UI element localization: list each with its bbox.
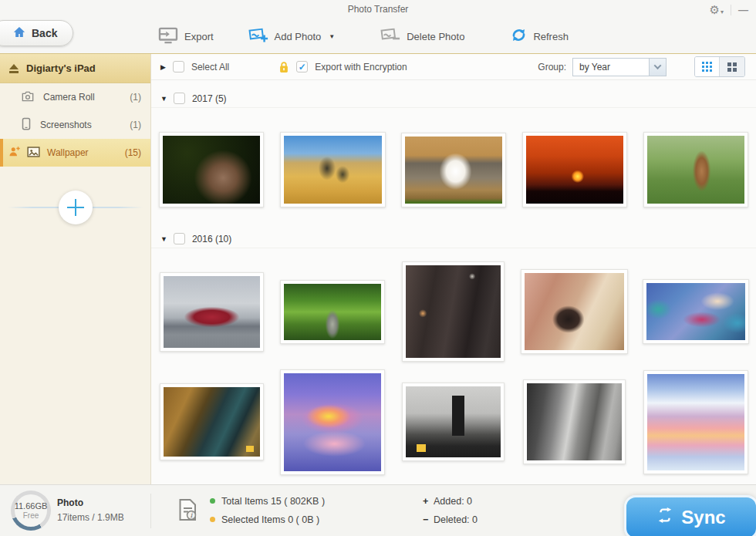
- photo-red-car[interactable]: [160, 272, 264, 352]
- view-toggle-group: [694, 56, 745, 77]
- media-type-label: Photo: [57, 497, 124, 508]
- photo-image: [163, 136, 260, 204]
- sidebar-item-screenshots[interactable]: Screenshots (1): [0, 111, 150, 139]
- large-grid-icon: [727, 62, 737, 72]
- device-header: Digiarty's iPad: [0, 54, 150, 83]
- photo-squirrel-shouting[interactable]: [159, 132, 264, 207]
- photo-white-cat[interactable]: [401, 133, 506, 207]
- photo-bw-street[interactable]: [523, 379, 626, 464]
- group-by-value: by Year: [573, 62, 649, 72]
- group-by-select[interactable]: by Year: [572, 58, 667, 76]
- smartphone-icon: [22, 117, 31, 133]
- free-space-label: Free: [23, 511, 39, 520]
- photo-dark-street[interactable]: [402, 261, 505, 362]
- photo-zebras[interactable]: [280, 132, 386, 207]
- group-header-2017: ▼ 2017 (5): [151, 89, 756, 108]
- photo-rain-bokeh[interactable]: [643, 279, 749, 344]
- sidebar-item-wallpaper[interactable]: Wallpaper (15): [0, 139, 150, 167]
- collapse-group-icon[interactable]: ▼: [160, 235, 167, 243]
- total-items-bullet: [210, 498, 215, 504]
- eject-device-icon[interactable]: [9, 64, 19, 73]
- add-photo-dropdown-icon[interactable]: ▼: [329, 33, 335, 40]
- small-grid-icon: [702, 62, 712, 72]
- group-checkbox[interactable]: [174, 233, 185, 244]
- selected-items-text: Selected Items 0 ( 0B ): [221, 514, 319, 525]
- toolbar: Export Add Photo ▼ Delete Photo Refresh: [0, 19, 756, 53]
- minimize-button[interactable]: —: [738, 4, 748, 15]
- export-button[interactable]: Export: [158, 27, 214, 46]
- photo-row: [151, 119, 756, 221]
- add-album-area: [0, 188, 150, 227]
- checkmark-icon: ✓: [299, 62, 306, 72]
- sync-button[interactable]: Sync: [624, 495, 756, 536]
- small-thumbnails-view-button[interactable]: [695, 57, 720, 76]
- lock-icon: [278, 61, 289, 73]
- collapse-group-icon[interactable]: ▼: [160, 95, 167, 103]
- add-album-button[interactable]: [59, 190, 93, 224]
- delete-photo-icon: [380, 26, 400, 46]
- home-icon: [13, 26, 25, 40]
- sidebar-item-label: Camera Roll: [43, 92, 95, 103]
- media-summary: 17items / 1.9MB: [57, 512, 124, 523]
- statusbar-divider: [150, 494, 151, 528]
- content-area: ▶ Select All ✓ Export with Encryption Gr…: [151, 54, 756, 484]
- window-controls-divider: [731, 5, 731, 15]
- photo-bw-monolith[interactable]: [402, 383, 505, 461]
- encryption-checkbox[interactable]: ✓: [296, 61, 308, 72]
- back-button[interactable]: Back: [0, 20, 73, 46]
- photo-winter-watercolor[interactable]: [643, 370, 748, 474]
- selected-items-bullet: [210, 517, 215, 522]
- group-checkbox[interactable]: [174, 93, 185, 104]
- photo-piano-room[interactable]: [521, 269, 628, 354]
- add-photo-button[interactable]: Add Photo ▼: [248, 26, 336, 46]
- photo-canyon-river[interactable]: [160, 383, 264, 460]
- select-dropdown-button[interactable]: [649, 59, 666, 76]
- window-title: Photo Transfer: [0, 0, 756, 19]
- photo-image: [284, 284, 381, 340]
- photo-sunset-windmill[interactable]: [522, 132, 627, 207]
- photo-tree-tunnel[interactable]: [280, 280, 385, 344]
- select-all-checkbox[interactable]: [173, 61, 184, 72]
- photo-image: [405, 137, 502, 204]
- refresh-button[interactable]: Refresh: [511, 27, 569, 46]
- added-plus-sign: +: [423, 496, 434, 507]
- storage-gauge: 11.66GB Free: [11, 490, 51, 531]
- chevron-down-icon: [654, 62, 662, 69]
- sync-icon: [656, 507, 673, 528]
- photo-image: [406, 386, 501, 457]
- status-bar: 11.66GB Free Photo 17items / 1.9MB i Tot…: [0, 484, 756, 536]
- photo-row: [151, 258, 756, 366]
- refresh-icon: [511, 27, 527, 46]
- add-photo-icon: [248, 26, 268, 46]
- deleted-count-text: Deleted: 0: [434, 514, 478, 525]
- sync-label: Sync: [681, 507, 725, 528]
- free-space-value: 11.66GB: [15, 501, 48, 511]
- group-header-2016: ▼ 2016 (10): [151, 230, 756, 248]
- group-title: 2017 (5): [192, 93, 227, 104]
- refresh-label: Refresh: [533, 31, 569, 42]
- photo-watercolor-sunset[interactable]: [280, 369, 385, 475]
- photo-image: [284, 373, 381, 471]
- photo-transfer-window: Photo Transfer ⚙▾ — Export Add Photo ▼: [0, 0, 756, 536]
- sidebar-item-count: (1): [130, 120, 141, 130]
- sidebar-item-label: Wallpaper: [47, 147, 89, 158]
- person-plus-icon: [8, 146, 20, 160]
- photo-squirrel-telescope[interactable]: [643, 132, 748, 207]
- export-monitor-icon: [158, 27, 178, 46]
- sidebar-item-label: Screenshots: [40, 120, 92, 130]
- document-info-icon: i: [178, 498, 198, 524]
- photo-image: [647, 374, 744, 470]
- settings-gear-icon[interactable]: ⚙▾: [710, 4, 724, 15]
- photo-scroll-area[interactable]: ▼ 2017 (5) ▼ 2016 (10): [151, 80, 756, 484]
- sidebar: Digiarty's iPad Camera Roll (1) Screensh…: [0, 54, 151, 484]
- sidebar-item-count: (1): [130, 92, 141, 103]
- collapse-all-icon[interactable]: ▶: [160, 63, 166, 71]
- device-name: Digiarty's iPad: [26, 62, 96, 74]
- large-thumbnails-view-button[interactable]: [720, 57, 744, 76]
- select-all-label: Select All: [191, 62, 229, 72]
- sidebar-item-camera-roll[interactable]: Camera Roll (1): [0, 83, 150, 111]
- filter-bar: ▶ Select All ✓ Export with Encryption Gr…: [151, 54, 756, 80]
- delete-photo-button[interactable]: Delete Photo: [380, 26, 464, 46]
- photo-image: [527, 383, 622, 460]
- group-label: Group:: [538, 62, 566, 72]
